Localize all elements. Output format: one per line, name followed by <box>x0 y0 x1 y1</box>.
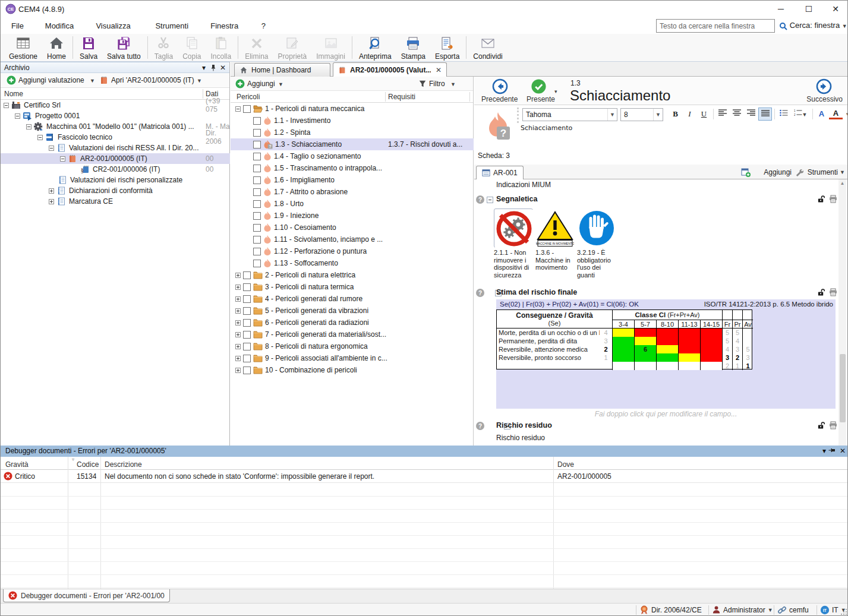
column-pericoli[interactable]: Pericoli <box>237 93 260 101</box>
align-justify-button[interactable] <box>758 108 772 121</box>
anteprima-button[interactable]: Anteprima <box>354 34 396 61</box>
archive-row-2[interactable]: Macchina 001 "Modello 001" (Matricola 00… <box>1 121 230 132</box>
font-grow-button[interactable]: A <box>815 108 828 121</box>
hazard-row-1.10[interactable]: 1.10 - Cesoiamento <box>231 222 474 233</box>
tab-document[interactable]: AR2-001/000005 (Valut... ✕ <box>333 62 447 77</box>
archive-row-4[interactable]: Valutazioni dei rischi RESS All. I Dir. … <box>1 143 230 153</box>
hazard-row-2[interactable]: 2 - Pericoli di natura elettrica <box>231 269 474 281</box>
collapse-icon[interactable] <box>26 124 31 129</box>
hazard-row-1.8[interactable]: 1.8 - Urto <box>231 198 474 210</box>
chevron-down-icon[interactable]: ▼ <box>197 78 202 84</box>
condividi-button[interactable]: Condividi <box>468 34 507 61</box>
status-dir-2006-42-ce[interactable]: Dir. 2006/42/CE <box>639 605 702 615</box>
numbered-list-button[interactable]: 12▼ <box>791 108 810 121</box>
hazard-row-4[interactable]: 4 - Pericoli generati dal rumore <box>231 293 474 305</box>
column-requisiti[interactable]: Requisiti <box>388 93 415 101</box>
hazard-checkbox[interactable] <box>243 343 251 350</box>
archive-row-3[interactable]: Fascicolo tecnicoDir. 2006 <box>1 132 230 143</box>
hazard-checkbox[interactable] <box>253 212 261 220</box>
menu-visualizza[interactable]: Visualizza <box>93 20 133 31</box>
collapse-icon[interactable] <box>15 113 20 119</box>
menu-strumenti[interactable]: Strumenti <box>153 20 191 31</box>
column-codice[interactable]: Codice <box>77 460 99 469</box>
sign-warning[interactable]: MACCHINE IN MOVIMENTO1.3.6 - Macchine in… <box>535 209 577 271</box>
chevron-down-icon[interactable]: ▾ <box>554 89 557 94</box>
close-tab-icon[interactable]: ✕ <box>436 66 442 74</box>
hazard-checkbox[interactable] <box>253 224 261 232</box>
hazard-row-1.1[interactable]: 1.1 - Investimento <box>231 115 474 127</box>
hazard-row-5[interactable]: 5 - Pericoli generati da vibrazioni <box>231 305 474 317</box>
hazard-checkbox[interactable] <box>253 153 261 160</box>
hazard-checkbox[interactable] <box>253 129 261 137</box>
archive-column-header[interactable]: Nome Dati <box>1 88 229 100</box>
hazard-row-3[interactable]: 3 - Pericoli di natura termica <box>231 281 474 293</box>
tab-ar-001[interactable]: AR-001 <box>476 166 524 179</box>
hazard-row-1.7[interactable]: 1.7 - Attrito o abrasione <box>231 186 474 198</box>
hazard-row-10[interactable]: 10 - Combinazione di pericoli <box>231 364 474 376</box>
status-it[interactable]: ITIT▼ <box>820 605 846 615</box>
menu-finestra[interactable]: Finestra <box>208 20 241 31</box>
pin-icon[interactable] <box>828 448 836 454</box>
menu-?[interactable]: ? <box>259 20 268 31</box>
hazard-row-1.13[interactable]: 1.13 - Soffocamento <box>231 257 474 269</box>
lock-open-icon[interactable] <box>817 421 825 429</box>
lock-open-icon[interactable] <box>817 195 825 203</box>
archive-row-5[interactable]: AR2-001/000005 (IT)00 <box>1 153 230 164</box>
expand-icon[interactable] <box>235 273 241 278</box>
collapse-icon[interactable] <box>49 146 54 151</box>
archive-row-1[interactable]: Progetto 0001 <box>1 110 230 121</box>
font-color-button[interactable]: A <box>829 108 843 119</box>
salva-tutto-button[interactable]: Salva tutto <box>102 34 146 61</box>
debugger-row[interactable]: Critico15134Nel documento non ci sono sc… <box>1 470 848 483</box>
tab-debugger[interactable]: Debugger documenti - Errori per 'AR2-001… <box>3 589 170 602</box>
add-hazard-button[interactable]: Aggiungi <box>247 80 275 88</box>
next-button[interactable]: Successivo <box>806 95 843 103</box>
hazard-checkbox[interactable] <box>243 319 251 327</box>
stampa-button[interactable]: Stampa <box>396 34 430 61</box>
hazard-checkbox[interactable] <box>243 283 251 291</box>
hazard-checkbox[interactable] <box>253 165 261 172</box>
filter-button[interactable]: Filtro <box>429 80 445 88</box>
previous-button[interactable]: Precedente <box>481 95 518 103</box>
underline-button[interactable]: U <box>697 108 711 121</box>
maximize-button[interactable]: ☐ <box>796 1 822 17</box>
salva-button[interactable]: Salva <box>75 34 102 61</box>
hazard-checkbox[interactable] <box>243 331 251 339</box>
next-icon[interactable] <box>816 78 832 94</box>
hazard-checkbox[interactable] <box>253 141 261 149</box>
hazard-row-8[interactable]: 8 - Pericoli di natura ergonomica <box>231 340 474 352</box>
lock-open-icon[interactable] <box>817 288 825 296</box>
italic-button[interactable]: I <box>683 108 696 121</box>
chevron-down-icon[interactable]: ▼ <box>90 78 95 84</box>
bold-button[interactable]: B <box>669 108 682 121</box>
close-panel-icon[interactable]: ✕ <box>220 64 226 72</box>
menu-file[interactable]: File <box>9 20 26 31</box>
sign-prohibition[interactable]: 2.1.1 - Non rimuovere i dispositivi di s… <box>494 209 535 279</box>
hazard-checkbox[interactable] <box>243 105 251 113</box>
debugger-column-header[interactable]: Gravità ▿ Codice Descrizione Dove <box>1 457 848 470</box>
hazard-row-1.11[interactable]: 1.11 - Scivolamento, inciampo e ... <box>231 233 474 245</box>
hazard-checkbox[interactable] <box>253 236 261 244</box>
hazard-row-9[interactable]: 9 - Pericoli associati all'ambiente in c… <box>231 352 474 364</box>
panel-menu-icon[interactable]: ▾ <box>202 64 206 72</box>
hazard-checkbox[interactable] <box>253 200 261 208</box>
tools-button[interactable]: Strumenti <box>808 168 838 176</box>
expand-icon[interactable] <box>235 356 241 361</box>
archive-row-7[interactable]: Valutazioni dei rischi personalizzate <box>1 175 230 185</box>
chevron-down-icon[interactable]: ▼ <box>450 81 456 87</box>
hazard-row-1.5[interactable]: 1.5 - Trascinamento o intrappola... <box>231 162 474 174</box>
window-search-input[interactable] <box>656 19 775 33</box>
tab-home-dashboard[interactable]: Home | Dashboard <box>234 63 330 77</box>
hazard-row-1.3[interactable]: ?1.3 - Schiacciamento1.3.7 - Rischi dovu… <box>231 138 474 150</box>
hazard-checkbox[interactable] <box>243 295 251 303</box>
hazard-row-1[interactable]: 1 - Pericoli di natura meccanica <box>231 103 474 115</box>
hazard-row-1.2[interactable]: 1.2 - Spinta <box>231 127 474 138</box>
expand-icon[interactable] <box>235 332 241 337</box>
collapse-icon[interactable] <box>235 106 241 112</box>
hazard-row-7[interactable]: 7 - Pericoli generati da materiali/sost.… <box>231 328 474 340</box>
chevron-down-icon[interactable]: ▼ <box>278 81 283 87</box>
archive-row-9[interactable]: Marcatura CE <box>1 196 230 207</box>
menu-modifica[interactable]: Modifica <box>43 20 76 31</box>
expand-icon[interactable] <box>235 296 241 302</box>
previous-icon[interactable] <box>492 78 508 94</box>
